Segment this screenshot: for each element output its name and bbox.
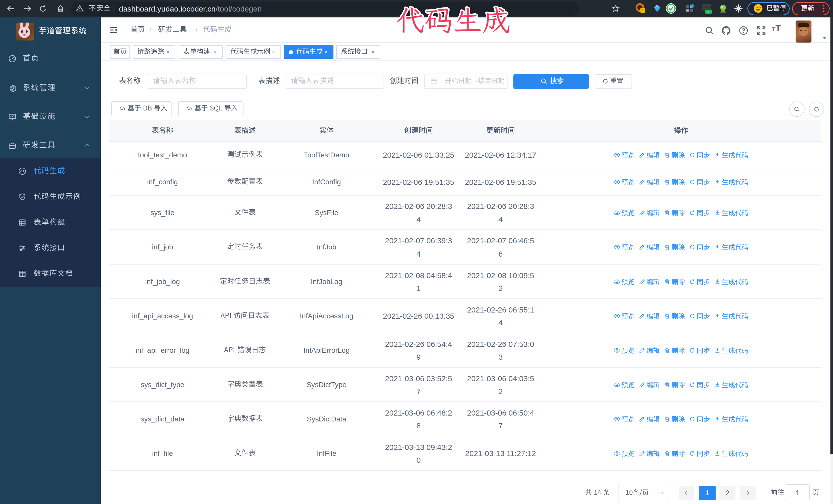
svg-text:on: on xyxy=(707,10,710,14)
svg-text:1: 1 xyxy=(642,8,644,13)
